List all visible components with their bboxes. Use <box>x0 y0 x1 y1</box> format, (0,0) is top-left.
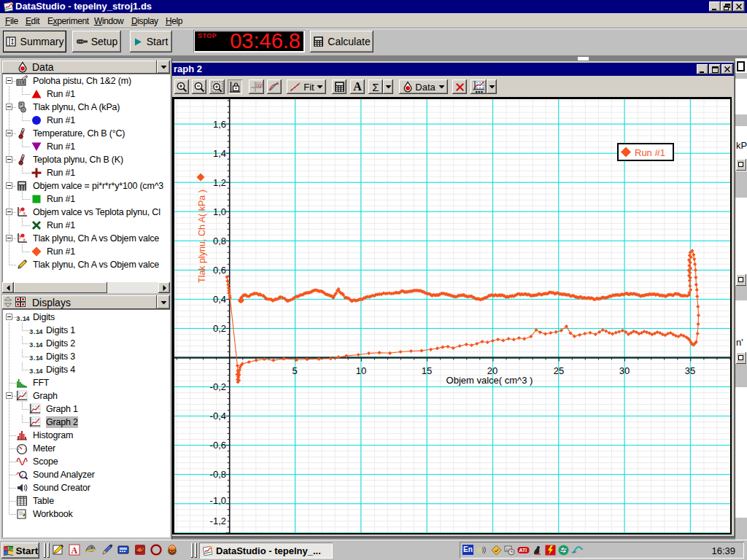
svg-text:xy: xy <box>257 82 262 88</box>
svg-text:-0,8: -0,8 <box>210 469 226 480</box>
svg-text:A: A <box>71 545 78 556</box>
svg-text:1,4: 1,4 <box>213 148 226 159</box>
svg-text:Objem valce( cm^3 ): Objem valce( cm^3 ) <box>446 375 533 386</box>
svg-text:-0,6: -0,6 <box>210 440 226 451</box>
svg-text:35: 35 <box>685 365 695 376</box>
svg-text:ATI: ATI <box>519 548 527 553</box>
svg-text:0,4: 0,4 <box>213 294 226 305</box>
svg-text:0,6: 0,6 <box>213 265 226 276</box>
svg-text:30: 30 <box>619 365 630 376</box>
svg-text:Tlak plynu, Ch A( kPa ): Tlak plynu, Ch A( kPa ) <box>197 190 207 283</box>
svg-text:1,6: 1,6 <box>213 119 226 130</box>
svg-text:0,8: 0,8 <box>213 236 226 246</box>
svg-text:0,2: 0,2 <box>213 323 226 334</box>
svg-text:-0,4: -0,4 <box>210 411 226 421</box>
svg-text:25: 25 <box>554 365 564 376</box>
svg-text:-0,2: -0,2 <box>210 381 226 392</box>
svg-text:Run #1: Run #1 <box>635 147 665 158</box>
svg-text:-1,2: -1,2 <box>210 516 226 526</box>
svg-text:x: x <box>23 237 26 242</box>
svg-text:1,0: 1,0 <box>213 206 226 217</box>
svg-text:15: 15 <box>422 365 432 376</box>
svg-text:10: 10 <box>356 365 366 376</box>
svg-text:x: x <box>23 211 26 216</box>
svg-text:-1,0: -1,0 <box>210 495 226 506</box>
svg-text:5: 5 <box>292 365 297 376</box>
svg-text:y: y <box>19 207 22 213</box>
svg-text:1,2: 1,2 <box>213 177 226 188</box>
svg-text:y: y <box>19 233 22 239</box>
